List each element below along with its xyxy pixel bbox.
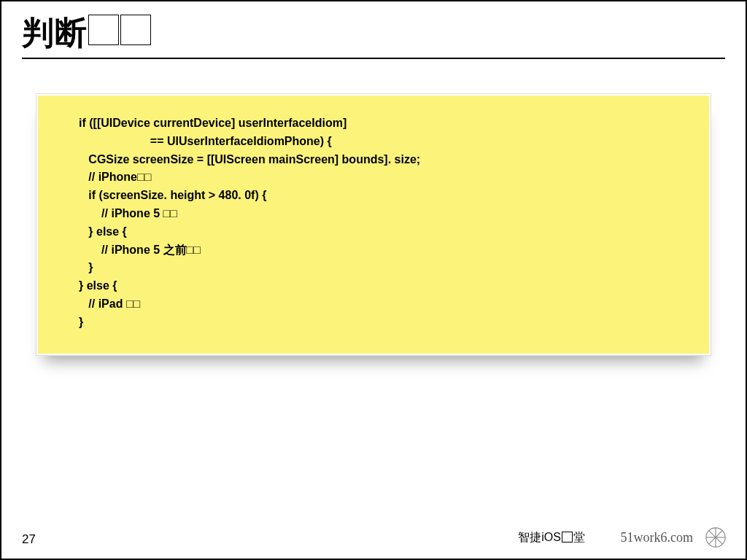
footer: 27 智捷iOS堂 51work6.com <box>1 526 746 547</box>
slide-title: 判断 <box>22 12 725 55</box>
code-block: if ([[UIDevice currentDevice] userInterf… <box>36 94 711 355</box>
brand-en: 51work6.com <box>621 530 693 545</box>
brand-cn: 智捷iOS堂 <box>518 530 585 545</box>
tofu-icon <box>120 15 151 45</box>
logo-icon <box>705 526 727 548</box>
code-block-container: if ([[UIDevice currentDevice] userInterf… <box>36 94 711 355</box>
page-number: 27 <box>22 532 36 547</box>
code-text: if ([[UIDevice currentDevice] userInterf… <box>79 114 687 332</box>
title-rule <box>22 58 725 59</box>
tofu-icon <box>562 532 573 542</box>
brand-cn-suffix: 堂 <box>573 531 585 543</box>
tofu-icon <box>88 15 119 45</box>
slide: 判断 if ([[UIDevice currentDevice] userInt… <box>0 0 747 560</box>
brand-cn-prefix: 智捷iOS <box>518 531 561 543</box>
title-text: 判断 <box>22 15 88 50</box>
